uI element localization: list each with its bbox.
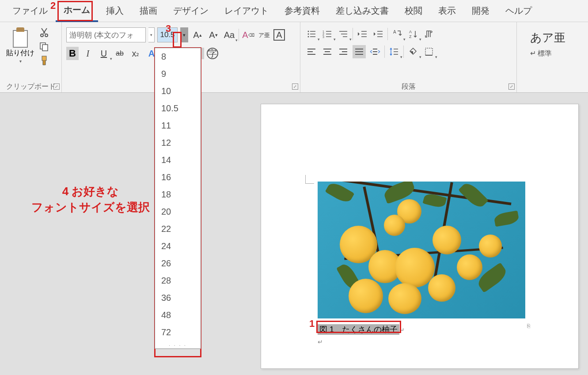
size-option[interactable]: 28 bbox=[155, 272, 201, 289]
format-painter-button[interactable] bbox=[39, 56, 49, 66]
justify-button[interactable] bbox=[353, 45, 366, 58]
align-center-button[interactable] bbox=[321, 45, 334, 58]
paste-label: 貼り付け bbox=[6, 49, 34, 58]
menu-review[interactable]: 校閲 bbox=[397, 0, 430, 21]
size-option[interactable]: 24 bbox=[155, 238, 201, 255]
size-option[interactable]: 22 bbox=[155, 220, 201, 238]
clipboard-group-label: クリップボード bbox=[4, 80, 57, 91]
menu-insert[interactable]: 挿入 bbox=[98, 0, 132, 21]
size-option[interactable]: 20 bbox=[155, 203, 201, 220]
anchor-icon: ⎘ bbox=[527, 323, 530, 329]
change-case-button[interactable]: Aa bbox=[223, 28, 236, 42]
phonetic-guide-button[interactable]: ア亜 bbox=[258, 28, 271, 42]
grow-font-button[interactable]: A▴ bbox=[191, 28, 204, 42]
cut-button[interactable] bbox=[39, 27, 49, 38]
menu-references[interactable]: 参考資料 bbox=[277, 0, 328, 21]
clear-format-button[interactable]: A⌫ bbox=[242, 28, 255, 42]
document-area: ⎘ 図 1 たくさんの柚子↵ ↵ bbox=[0, 93, 588, 375]
show-marks-button[interactable] bbox=[422, 27, 436, 41]
underline-button[interactable]: U bbox=[97, 47, 110, 60]
shading-button[interactable] bbox=[406, 45, 420, 58]
group-styles: あア亜 ↵ 標準 bbox=[517, 22, 588, 92]
svg-rect-47 bbox=[425, 48, 432, 55]
size-option[interactable]: 48 bbox=[155, 307, 201, 324]
numbering-button[interactable]: 123 bbox=[321, 27, 334, 41]
svg-text:A: A bbox=[409, 30, 412, 34]
menu-developer[interactable]: 開発 bbox=[464, 0, 497, 21]
sort-button[interactable]: AZ bbox=[406, 27, 420, 41]
distribute-button[interactable] bbox=[368, 45, 382, 58]
size-option[interactable]: 14 bbox=[155, 152, 201, 169]
menu-view[interactable]: 表示 bbox=[430, 0, 464, 21]
menu-design[interactable]: デザイン bbox=[165, 0, 216, 21]
group-paragraph: 123 A AZ 段 bbox=[300, 22, 517, 92]
strike-button[interactable]: ab bbox=[113, 47, 126, 60]
annotation-num-1: 1 bbox=[309, 318, 315, 330]
size-option[interactable]: 10 bbox=[155, 83, 201, 100]
increase-indent-button[interactable] bbox=[372, 27, 385, 41]
font-launcher[interactable]: ⤢ bbox=[292, 83, 298, 90]
svg-rect-4 bbox=[42, 56, 46, 61]
borders-button[interactable] bbox=[422, 45, 436, 58]
line-spacing-button[interactable] bbox=[387, 45, 401, 58]
svg-text:3: 3 bbox=[322, 35, 324, 38]
caption-text: 図 1 たくさんの柚子 bbox=[318, 324, 399, 335]
align-right-button[interactable] bbox=[337, 45, 350, 58]
size-option[interactable]: 36 bbox=[155, 289, 201, 307]
image-caption[interactable]: 図 1 たくさんの柚子↵ bbox=[318, 324, 405, 335]
clipboard-launcher[interactable]: ⤢ bbox=[53, 83, 60, 90]
font-name-combo[interactable]: 游明朝 (本文のフォ bbox=[66, 27, 146, 42]
size-option[interactable]: 18 bbox=[155, 186, 201, 203]
size-option[interactable]: 16 bbox=[155, 169, 201, 186]
style-normal[interactable]: あア亜 ↵ 標準 bbox=[521, 26, 584, 63]
size-option[interactable]: 10.5 bbox=[155, 100, 201, 117]
style-sample-text: あア亜 bbox=[530, 30, 575, 45]
inserted-image[interactable] bbox=[318, 182, 525, 318]
bullets-button[interactable] bbox=[305, 27, 318, 41]
size-option[interactable]: 9 bbox=[155, 65, 201, 83]
decrease-indent-button[interactable] bbox=[356, 27, 369, 41]
svg-point-1 bbox=[45, 34, 48, 37]
shrink-font-button[interactable]: A▾ bbox=[207, 28, 220, 42]
paste-button[interactable]: 貼り付け ▾ bbox=[4, 26, 36, 66]
size-option[interactable]: 26 bbox=[155, 255, 201, 272]
size-option[interactable]: 8 bbox=[155, 48, 201, 65]
svg-point-7 bbox=[308, 34, 309, 35]
menu-home[interactable]: ホーム bbox=[56, 0, 98, 22]
document-page[interactable]: ⎘ 図 1 たくさんの柚子↵ ↵ bbox=[261, 104, 579, 369]
svg-point-9 bbox=[308, 36, 309, 38]
align-left-button[interactable] bbox=[305, 45, 318, 58]
menu-mailings[interactable]: 差し込み文書 bbox=[328, 0, 397, 21]
svg-rect-3 bbox=[42, 45, 48, 51]
menu-bar: ファイル ホーム 挿入 描画 デザイン レイアウト 参考資料 差し込み文書 校閲… bbox=[0, 0, 588, 22]
newline-mark-icon: ↵ bbox=[318, 338, 323, 345]
size-option[interactable]: 12 bbox=[155, 134, 201, 152]
dropdown-resize-icon[interactable]: . . . . bbox=[155, 341, 201, 348]
sub-super-button[interactable]: x₂ bbox=[129, 47, 142, 60]
svg-point-0 bbox=[41, 34, 43, 37]
size-option[interactable]: 72 bbox=[155, 324, 201, 341]
size-option[interactable]: 11 bbox=[155, 117, 201, 134]
style-name-label: ↵ 標準 bbox=[530, 49, 575, 58]
bold-button[interactable]: B bbox=[66, 47, 79, 60]
font-size-dropdown: 8 9 10 10.5 11 12 14 16 18 20 22 24 26 2… bbox=[155, 48, 201, 349]
enclose-char-button[interactable]: 字 bbox=[207, 48, 218, 59]
menu-layout[interactable]: レイアウト bbox=[216, 0, 277, 21]
menu-help[interactable]: ヘルプ bbox=[497, 0, 540, 21]
ribbon: 貼り付け ▾ クリップボード ⤢ 游明朝 (本文のフォ ▾ 10.5 ▾ A▴ … bbox=[0, 22, 588, 93]
svg-point-5 bbox=[308, 31, 309, 32]
clipboard-icon bbox=[11, 27, 29, 48]
font-size-drop-button[interactable]: ▾ bbox=[180, 27, 188, 42]
char-border-button[interactable]: A bbox=[273, 29, 285, 41]
annotation-text-4: 4 お好きな フォントサイズを選択 bbox=[27, 183, 155, 216]
paragraph-launcher[interactable]: ⤢ bbox=[508, 83, 515, 90]
text-direction-button[interactable]: A bbox=[391, 27, 404, 41]
font-name-drop-icon[interactable]: ▾ bbox=[148, 27, 155, 42]
menu-file[interactable]: ファイル bbox=[4, 0, 56, 21]
paragraph-group-label: 段落 bbox=[305, 80, 512, 91]
italic-button[interactable]: I bbox=[81, 47, 95, 60]
svg-text:Z: Z bbox=[409, 34, 412, 39]
menu-draw[interactable]: 描画 bbox=[132, 0, 165, 21]
multilevel-list-button[interactable] bbox=[337, 27, 350, 41]
copy-button[interactable] bbox=[39, 42, 49, 52]
